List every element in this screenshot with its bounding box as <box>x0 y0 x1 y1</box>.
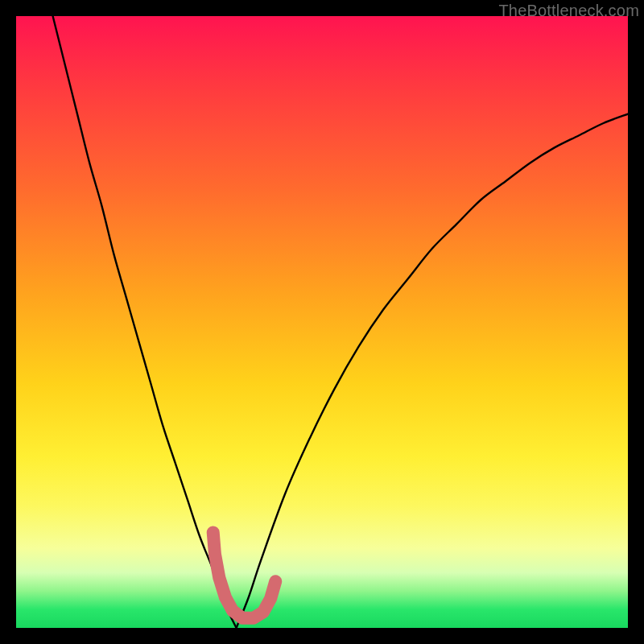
chart-svg <box>16 16 628 628</box>
curve-right-branch <box>237 114 628 628</box>
chart-frame <box>16 16 628 628</box>
